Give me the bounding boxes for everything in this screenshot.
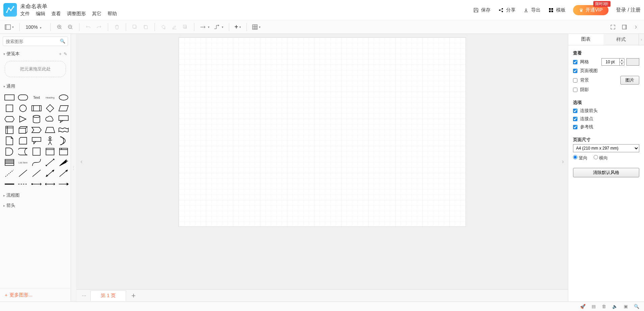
login-link[interactable]: 登录 / 注册	[616, 7, 641, 13]
pencil-icon[interactable]: ✎	[64, 51, 67, 57]
section-arrow[interactable]: ▸ 箭头	[0, 200, 71, 210]
guides-checkbox[interactable]	[573, 125, 577, 129]
shape-text[interactable]: Text	[30, 93, 43, 102]
section-flowchart[interactable]: ▸ 流程图	[0, 190, 71, 200]
shape-listitem[interactable]: List Item	[17, 158, 29, 167]
menu-extras[interactable]: 其它	[92, 11, 101, 17]
shadow-button[interactable]	[181, 22, 190, 32]
zoom-select[interactable]: 100% ▾	[24, 24, 46, 30]
rocket-icon[interactable]: 🚀	[580, 304, 586, 309]
trash-icon[interactable]: 🗑	[602, 304, 606, 309]
shape-line1[interactable]	[17, 169, 29, 178]
shape-hexagon[interactable]	[3, 114, 16, 124]
grid-checkbox[interactable]	[573, 60, 577, 64]
shape-triangle[interactable]	[17, 114, 29, 124]
save-button[interactable]: 保存	[473, 7, 491, 13]
shape-card[interactable]	[17, 136, 29, 146]
menu-edit[interactable]: 编辑	[36, 11, 45, 17]
tab-style[interactable]: 样式	[603, 34, 639, 45]
shape-hdash[interactable]	[17, 179, 29, 189]
shape-data-storage[interactable]	[17, 147, 29, 156]
shape-callout2[interactable]	[30, 136, 43, 146]
search-icon[interactable]: 🔍	[634, 304, 639, 309]
section-general[interactable]: ▾ 通用	[0, 81, 71, 91]
grid-size-input[interactable]	[601, 58, 620, 66]
share-button[interactable]: 分享	[498, 7, 516, 13]
export-button[interactable]: 导出	[523, 7, 541, 13]
shape-curve[interactable]	[30, 158, 43, 167]
section-notepad[interactable]: ▾ 便笺本 + ✎	[0, 49, 71, 59]
sound-icon[interactable]: 🔈	[612, 304, 618, 309]
image-button[interactable]: 图片	[620, 76, 639, 85]
shape-parallelogram[interactable]	[57, 104, 70, 113]
tab-diagram[interactable]: 图表	[568, 34, 603, 45]
menu-arrange[interactable]: 调整图形	[67, 11, 86, 17]
zoom-in-button[interactable]	[55, 22, 64, 32]
shape-process[interactable]	[30, 104, 43, 113]
page-surface[interactable]	[178, 37, 466, 227]
shape-diamond[interactable]	[44, 104, 56, 113]
layers-icon[interactable]: ▤	[592, 304, 596, 309]
shape-internal-storage[interactable]	[3, 125, 16, 135]
menu-view[interactable]: 查看	[51, 11, 61, 17]
menu-help[interactable]: 帮助	[108, 11, 117, 17]
add-page-button[interactable]: +	[127, 291, 140, 300]
shape-rounded-rect[interactable]	[17, 93, 29, 102]
shape-cylinder[interactable]	[30, 114, 43, 124]
pagesize-select[interactable]: A4 (210 mm x 297 mm)	[573, 144, 639, 152]
to-front-button[interactable]	[130, 22, 140, 32]
undo-button[interactable]	[84, 22, 93, 32]
background-checkbox[interactable]	[573, 78, 577, 83]
redo-button[interactable]	[94, 22, 104, 32]
collapse-right-button[interactable]	[631, 22, 641, 32]
shape-hconn3[interactable]	[57, 179, 70, 189]
shape-note[interactable]	[3, 136, 16, 146]
shape-container[interactable]	[30, 147, 43, 156]
template-button[interactable]: 模板	[548, 7, 566, 13]
shape-bidir-arrow[interactable]	[44, 158, 56, 167]
shape-or[interactable]	[57, 136, 70, 146]
zoom-out-button[interactable]	[66, 22, 75, 32]
insert-button[interactable]: +▾	[233, 22, 243, 32]
doc-title[interactable]: 未命名表单	[20, 3, 117, 10]
plus-icon[interactable]: +	[59, 51, 62, 57]
shape-and[interactable]	[3, 147, 16, 156]
shape-hconn1[interactable]	[30, 179, 43, 189]
shape-tape[interactable]	[57, 125, 70, 135]
connection-button[interactable]: ▾	[198, 22, 211, 32]
shape-heading[interactable]: Heading	[44, 93, 56, 102]
shape-ellipse[interactable]	[57, 93, 70, 102]
next-page-arrow[interactable]: ›	[558, 34, 568, 289]
shape-arrow-thick[interactable]	[57, 158, 70, 167]
shape-bidir2[interactable]	[44, 169, 56, 178]
pageview-checkbox[interactable]	[573, 69, 577, 73]
canvas[interactable]	[87, 34, 558, 289]
shadow-checkbox[interactable]	[573, 88, 577, 92]
search-input[interactable]	[3, 37, 68, 46]
line-color-button[interactable]	[170, 22, 179, 32]
shape-circle[interactable]	[17, 104, 29, 113]
shape-rect[interactable]	[3, 93, 16, 102]
grid-color-swatch[interactable]	[626, 58, 639, 66]
view-mode-button[interactable]: ▾	[3, 22, 15, 32]
outline-icon[interactable]: ▣	[624, 304, 628, 309]
shape-callout[interactable]	[57, 114, 70, 124]
fullscreen-button[interactable]	[608, 22, 618, 32]
shape-actor[interactable]	[44, 136, 56, 146]
shape-list[interactable]	[3, 158, 16, 167]
scratchpad-dropzone[interactable]: 把元素拖至此处	[5, 61, 66, 77]
fill-color-button[interactable]	[159, 22, 168, 32]
conn-point-checkbox[interactable]	[573, 117, 577, 121]
shape-arrow2[interactable]	[57, 169, 70, 178]
delete-button[interactable]	[112, 22, 122, 32]
orient-portrait[interactable]: 竖向	[573, 155, 588, 161]
shape-frame2[interactable]	[57, 147, 70, 156]
waypoint-button[interactable]: ▾	[212, 22, 225, 32]
shape-square[interactable]	[3, 104, 16, 113]
grid-spinner[interactable]: ▲▼	[620, 58, 624, 66]
shape-step[interactable]	[30, 125, 43, 135]
shape-cube[interactable]	[17, 125, 29, 135]
menu-file[interactable]: 文件	[20, 11, 30, 17]
more-shapes-button[interactable]: + 更多图形...	[0, 288, 71, 302]
shape-dashed[interactable]	[3, 169, 16, 178]
